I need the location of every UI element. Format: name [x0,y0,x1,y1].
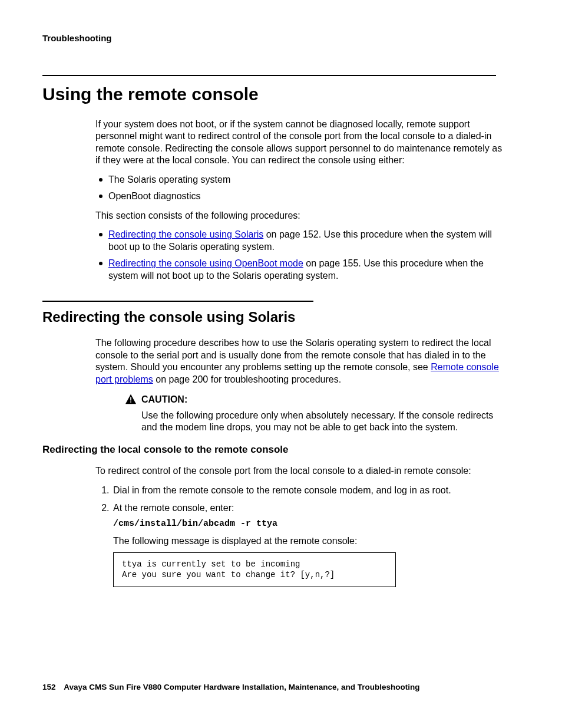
subsubsection-title: Redirecting the local console to the rem… [42,444,509,456]
page: Troubleshooting Using the remote console… [0,0,562,728]
warning-triangle-icon [125,394,137,404]
svg-rect-1 [130,397,131,401]
step-item: At the remote console, enter: /cms/insta… [112,502,507,587]
procedures-lead: This section consists of the following p… [95,210,505,222]
list-item: OpenBoot diagnostics [95,190,505,202]
subsection-body: The following procedure describes how to… [95,337,505,433]
procedures-list: Redirecting the console using Solaris on… [95,229,505,282]
text-run: on page 200 for troubleshooting procedur… [153,374,341,384]
command-line: /cms/install/bin/abcadm -r ttya [113,518,507,529]
procedure-lead: To redirect control of the console port … [95,465,505,477]
xref-link[interactable]: Redirecting the console using OpenBoot m… [108,258,303,268]
subsection-rule [42,301,313,302]
subsection-paragraph: The following procedure describes how to… [95,337,505,386]
intro-bullet-list: The Solaris operating system OpenBoot di… [95,174,505,203]
caution-body: Use the following procedure only when ab… [141,410,505,434]
subsection-title: Redirecting the console using Solaris [42,309,509,325]
intro-paragraph: If your system does not boot, or if the … [95,118,505,167]
step-followup: The following message is displayed at th… [113,535,507,547]
list-item: Redirecting the console using OpenBoot m… [95,258,505,282]
svg-rect-2 [130,401,131,403]
section-rule [42,75,496,76]
step-item: Dial in from the remote console to the r… [112,485,507,496]
page-footer: 152 Avaya CMS Sun Fire V880 Computer Har… [42,683,419,691]
xref-link[interactable]: Redirecting the console using Solaris [108,229,263,239]
caution-label: CAUTION: [141,394,187,406]
caution-header: CAUTION: [125,394,505,406]
list-item: The Solaris operating system [95,174,505,186]
console-output: ttya is currently set to be incoming Are… [113,552,396,588]
section-title: Using the remote console [42,84,509,104]
console-line: ttya is currently set to be incoming [122,559,387,570]
intro-block: If your system does not boot, or if the … [95,118,505,282]
list-item: Redirecting the console using Solaris on… [95,229,505,253]
step-lead: At the remote console, enter: [113,503,234,513]
console-line: Are you sure you want to change it? [y,n… [122,569,387,581]
footer-title: Avaya CMS Sun Fire V880 Computer Hardwar… [64,683,419,691]
page-number: 152 [42,683,56,691]
ordered-steps: Dial in from the remote console to the r… [112,485,507,587]
procedure-lead-block: To redirect control of the console port … [95,465,505,477]
running-head: Troubleshooting [42,33,509,43]
